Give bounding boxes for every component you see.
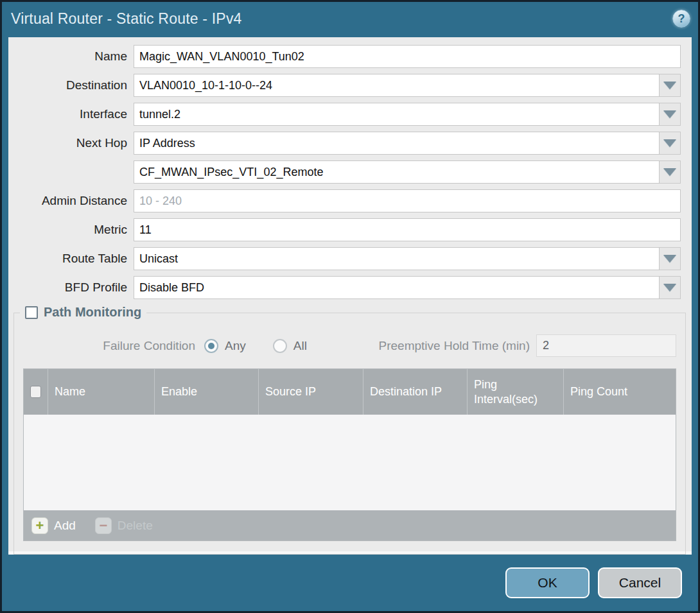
radio-any-label: Any [225,339,246,353]
name-input[interactable] [134,45,681,68]
table-header-row: Name Enable Source IP Destination IP Pin… [24,369,676,415]
failure-condition-option-any: Any [204,339,246,353]
route-table-label: Route Table [8,252,134,266]
plus-icon: + [31,517,48,534]
radio-all[interactable] [273,339,287,353]
failure-condition-row: Failure Condition Any All Preemptive Hol… [23,334,676,357]
interface-input[interactable] [134,103,660,126]
ok-button[interactable]: OK [505,567,590,598]
path-monitoring-legend: Path Monitoring [20,305,146,320]
column-header-enable: Enable [155,369,259,415]
dialog-title: Virtual Router - Static Route - IPv4 [11,10,242,28]
chevron-down-icon [663,110,676,118]
chevron-down-icon [663,255,676,263]
admin-distance-input[interactable] [134,189,681,212]
next-hop-label: Next Hop [8,136,134,150]
minus-icon: − [95,517,112,534]
preemptive-hold-time-group: Preemptive Hold Time (min) [379,334,676,357]
chevron-down-icon [663,82,676,89]
path-monitoring-checkbox[interactable] [25,306,38,319]
radio-any[interactable] [204,339,218,353]
add-button-label: Add [54,519,76,533]
admin-distance-label: Admin Distance [8,194,134,208]
path-monitoring-title: Path Monitoring [44,305,141,320]
add-button[interactable]: + Add [31,517,76,534]
preemptive-hold-time-label: Preemptive Hold Time (min) [379,339,530,353]
path-monitoring-group: Path Monitoring Failure Condition Any Al… [13,313,686,555]
route-table-dropdown-button[interactable] [660,247,681,270]
help-glyph: ? [678,12,685,26]
form-row-destination: Destination [8,74,681,97]
delete-button-label: Delete [118,519,153,533]
column-header-name: Name [48,369,155,415]
form-row-next-hop: Next Hop [8,132,681,155]
static-route-dialog: Virtual Router - Static Route - IPv4 ? N… [0,0,700,613]
interface-dropdown-button[interactable] [660,103,681,126]
metric-label: Metric [8,223,134,237]
next-hop-type-input[interactable] [134,132,660,155]
bfd-profile-dropdown-button[interactable] [660,276,681,299]
path-monitoring-table: Name Enable Source IP Destination IP Pin… [23,368,676,541]
delete-button[interactable]: − Delete [95,517,153,534]
metric-input[interactable] [134,218,681,241]
name-label: Name [8,49,134,64]
cancel-button[interactable]: Cancel [598,567,682,598]
select-all-checkbox[interactable] [30,386,41,398]
help-icon[interactable]: ? [672,10,690,28]
next-hop-dropdown-button[interactable] [660,132,681,155]
form-row-route-table: Route Table [8,247,681,270]
next-hop-address-dropdown-button[interactable] [660,160,681,184]
destination-input[interactable] [134,74,660,97]
column-header-ping-count: Ping Count [564,369,676,415]
table-body-empty [24,415,676,510]
chevron-down-icon [663,139,676,147]
form-row-admin-distance: Admin Distance [8,189,681,212]
bfd-profile-label: BFD Profile [8,281,134,295]
cancel-button-label: Cancel [619,575,661,591]
next-hop-address-input[interactable] [134,160,660,184]
failure-condition-option-all: All [273,339,307,353]
form-row-bfd-profile: BFD Profile [8,276,681,299]
table-header-select-all [24,369,48,415]
column-header-ping-interval: Ping Interval(sec) [468,369,564,415]
ok-button-label: OK [538,575,557,591]
interface-label: Interface [8,107,134,121]
column-header-source-ip: Source IP [259,369,363,415]
destination-label: Destination [8,78,134,92]
dialog-titlebar: Virtual Router - Static Route - IPv4 ? [2,2,698,35]
failure-condition-label: Failure Condition [23,339,195,353]
preemptive-hold-time-input[interactable] [536,334,676,357]
chevron-down-icon [663,284,676,291]
column-header-destination-ip: Destination IP [363,369,468,415]
dialog-content: Name Destination Interface [8,37,692,555]
form-row-metric: Metric [8,218,681,241]
destination-dropdown-button[interactable] [660,74,681,97]
form-row-next-hop-address [8,160,681,184]
radio-all-label: All [293,339,307,353]
bfd-profile-input[interactable] [134,276,660,299]
route-table-input[interactable] [134,247,660,270]
form-row-name: Name [8,45,681,68]
table-footer-bar: + Add − Delete [24,510,676,540]
form-row-interface: Interface [8,103,681,126]
chevron-down-icon [663,168,676,176]
